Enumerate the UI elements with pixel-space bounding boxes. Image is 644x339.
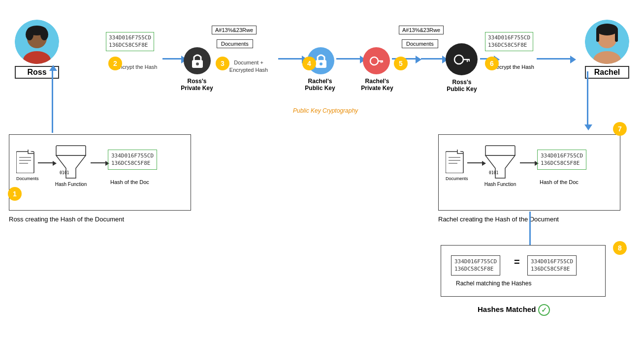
svg-point-9 (596, 24, 618, 35)
doc-encrypted-hash-label: Document + Encrypted Hash (222, 59, 276, 74)
svg-point-5 (40, 29, 48, 40)
svg-point-4 (26, 29, 33, 40)
rachel-public-key-label: Rachel's Public Key (300, 78, 340, 92)
hash-step6-line1: 334D016F755CD (488, 34, 530, 41)
hash-step6-line2: 136DC58C5F8E (488, 41, 530, 49)
match-hash-left-line2: 136DC58C5F8E (454, 265, 497, 273)
match-hash-left-line1: 334D016F755CD (454, 258, 497, 265)
ross-hash-of-doc-label: Hash of the Doc (110, 179, 149, 185)
svg-text:0101: 0101 (489, 171, 498, 175)
hash-box-step6: 334D016F755CD 136DC58C5F8E (485, 32, 533, 51)
rachel-funnel-to-hash-arrow (520, 162, 535, 163)
svg-point-20 (196, 62, 199, 65)
svg-rect-11 (615, 30, 618, 42)
svg-point-22 (320, 62, 322, 65)
rachel-hash-output: 334D016F755CD 136DC58C5F8E (537, 150, 586, 170)
rachel-documents-label: Documents (446, 176, 468, 181)
step6-to-rachel-arrow (537, 58, 571, 60)
rachel-hash-funnel: 0101 Hash Function (483, 145, 517, 187)
step4-to-step5-arrow (336, 58, 361, 60)
rachel-doc-icon: Documents (446, 150, 468, 181)
svg-rect-10 (596, 30, 599, 42)
public-key-crypto-label: Public Key Cryptography (293, 107, 358, 114)
rachel-hash-line1: 334D016F755CD (541, 152, 583, 159)
rachel-doc-to-funnel-arrow (467, 162, 482, 163)
step-2-badge: 2 (108, 57, 122, 70)
section7-label: Rachel creating the Hash of the Document (438, 216, 559, 223)
hash-match-right: 334D016F755CD 136DC58C5F8E (527, 255, 577, 276)
diagram-container: Ross Rachel 1 (0, 0, 644, 339)
ross-documents-label: Documents (16, 176, 39, 181)
svg-point-27 (454, 55, 463, 64)
ross-hash-function-box: Documents 0101 Hash Function 334D016F755… (9, 134, 191, 211)
rachel-hash-function-box: Documents 0101 Hash Function 334D016F755… (438, 134, 620, 211)
hash-match-left: 334D016F755CD 136DC58C5F8E (451, 255, 500, 276)
match-hash-right-line2: 136DC58C5F8E (531, 265, 573, 273)
doc-text-box-right: A#13%&23Rwe (399, 26, 444, 34)
rachel-label: Rachel (585, 66, 629, 79)
funnel-to-hash-arrow (91, 162, 105, 163)
documents-box-left: Documents (217, 39, 253, 48)
up-arrow-to-ross (52, 70, 53, 133)
rachel-hash-function-label: Hash Function (483, 182, 517, 187)
hash-step2-line2: 136DC58C5F8E (109, 41, 151, 49)
rachel-to-hashbox7-arrow (587, 71, 588, 125)
step-3-badge: 3 (216, 57, 229, 70)
step-6-badge: 6 (485, 57, 499, 70)
step3-to-step4-arrow (278, 58, 303, 60)
ross-doc-icon: Documents (16, 150, 39, 181)
ross-hash-line1: 334D016F755CD (111, 152, 154, 159)
ross-hash-line2: 136DC58C5F8E (111, 159, 154, 167)
rachel-private-key-label: Rachel's Private Key (357, 78, 397, 92)
svg-text:0101: 0101 (60, 171, 69, 175)
step-5-badge: 5 (394, 57, 408, 70)
check-icon: ✓ (538, 304, 550, 316)
step-7-badge: 7 (613, 122, 627, 136)
svg-rect-12 (16, 152, 34, 173)
rachel-private-key-icon (363, 47, 390, 74)
ross-avatar (15, 20, 59, 64)
hash-to-compare-arrow (529, 212, 531, 246)
rachel-avatar-container: Rachel (585, 20, 629, 79)
ross-hash-funnel: 0101 Hash Function (54, 145, 88, 187)
ross-private-key-icon (184, 47, 211, 74)
step-8-badge: 8 (613, 241, 627, 255)
match-hash-right-line1: 334D016F755CD (531, 258, 573, 265)
rachel-hash-of-doc-label: Hash of the Doc (540, 179, 579, 185)
documents-box-right: Documents (402, 39, 438, 48)
doc-to-funnel-arrow (38, 162, 53, 163)
step-4-badge: 4 (302, 57, 316, 70)
hash-step2-line1: 334D016F755CD (109, 34, 151, 41)
equals-sign: = (514, 256, 520, 268)
svg-rect-35 (485, 146, 515, 155)
ross-private-key-label: Ross's Private Key (175, 78, 219, 92)
ross-hash-function-label: Hash Function (54, 182, 88, 187)
ross-public-key-icon (446, 43, 478, 75)
doc-text-box-left: A#13%&23Rwe (212, 26, 257, 34)
svg-rect-16 (56, 146, 86, 155)
hash-box-step2: 334D016F755CD 136DC58C5F8E (106, 32, 154, 51)
hash-matching-box: 334D016F755CD 136DC58C5F8E = 334D016F755… (441, 245, 606, 297)
matching-label: Rachel matching the Hashes (456, 280, 531, 287)
ross-public-key-label: Ross's Public Key (440, 79, 484, 92)
ross-hash-output: 334D016F755CD 136DC58C5F8E (108, 150, 157, 170)
hash-to-lock-arrow (162, 58, 182, 60)
section1-label: Ross creating the Hash of the Document (9, 216, 124, 223)
decrypt-hash-label: Decrypt the Hash (492, 64, 534, 70)
step-1-badge: 1 (8, 187, 22, 201)
svg-rect-31 (446, 152, 463, 173)
rachel-avatar (585, 20, 629, 64)
hashes-matched-label: Hashes Matched ✓ (478, 304, 550, 316)
step5-to-pub-key-arrow (421, 58, 443, 60)
rachel-hash-line2: 136DC58C5F8E (541, 159, 583, 167)
svg-point-23 (370, 57, 378, 65)
